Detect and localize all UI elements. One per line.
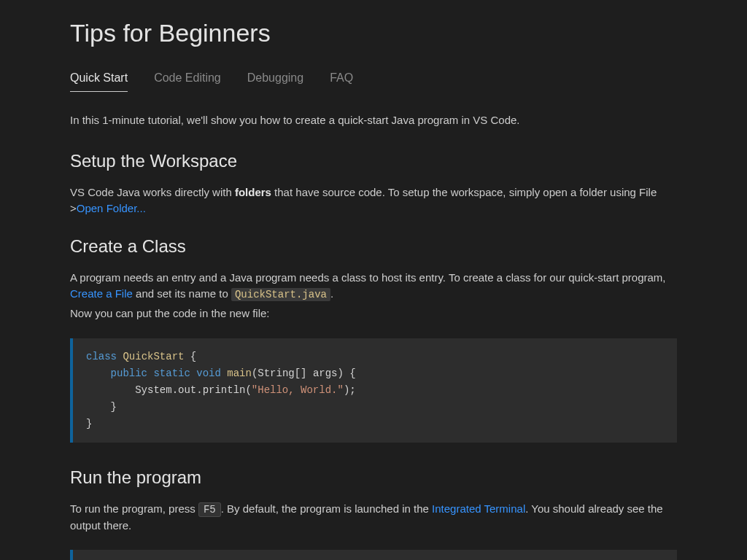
code-block-quickstart: class QuickStart { public static void ma… [70,338,677,443]
create-paragraph-2: Now you can put the code in the new file… [70,306,677,322]
setup-text-pre: VS Code Java works directly with [70,186,235,198]
run-text-1b: . By default, the program is launched in… [221,502,432,515]
tab-faq[interactable]: FAQ [330,69,353,92]
code-println-end: ); [344,384,356,396]
link-create-file[interactable]: Create a File [70,287,133,300]
code-brace-open: { [190,351,196,362]
code-keyword-static: static [153,368,190,379]
page-title: Tips for Beginners [70,15,677,52]
tab-quick-start[interactable]: Quick Start [70,69,128,92]
create-paragraph-1: A program needs an entry and a Java prog… [70,270,677,303]
link-integrated-terminal[interactable]: Integrated Terminal [432,502,525,515]
inline-code-filename: QuickStart.java [231,288,330,301]
code-fn-main: main [227,368,252,379]
heading-setup-workspace: Setup the Workspace [70,148,677,174]
tab-code-editing[interactable]: Code Editing [154,69,221,92]
code-keyword-void: void [196,368,221,379]
intro-text: In this 1-minute tutorial, we'll show yo… [70,112,677,129]
kbd-f5-run: F5 [198,502,221,517]
code-classname: QuickStart [123,351,184,362]
link-open-folder[interactable]: Open Folder... [77,202,146,214]
code-main-sig: (String[] args) { [252,368,356,379]
tab-bar: Quick Start Code Editing Debugging FAQ [70,69,677,92]
run-text-1a: To run the program, press [70,502,198,515]
callout-debug: How to Debug? When you press F5, you are… [70,550,677,560]
page-root: Tips for Beginners Quick Start Code Edit… [0,0,747,560]
create-text-1c: . [330,287,333,300]
code-inner-brace-close: } [111,401,117,413]
setup-paragraph: VS Code Java works directly with folders… [70,184,677,217]
code-outer-brace-close: } [86,418,92,429]
code-keyword-public: public [111,368,147,379]
run-paragraph: To run the program, press F5. By default… [70,501,677,534]
create-text-1b: and set its name to [133,287,231,300]
code-println-call: System.out.println( [135,384,252,396]
heading-run-program: Run the program [70,464,677,491]
code-string-hello: "Hello, World." [252,384,344,396]
tab-debugging[interactable]: Debugging [247,69,303,92]
create-text-1a: A program needs an entry and a Java prog… [70,271,666,284]
setup-bold-folders: folders [235,186,271,198]
code-keyword-class: class [86,351,117,362]
heading-create-class: Create a Class [70,233,677,260]
